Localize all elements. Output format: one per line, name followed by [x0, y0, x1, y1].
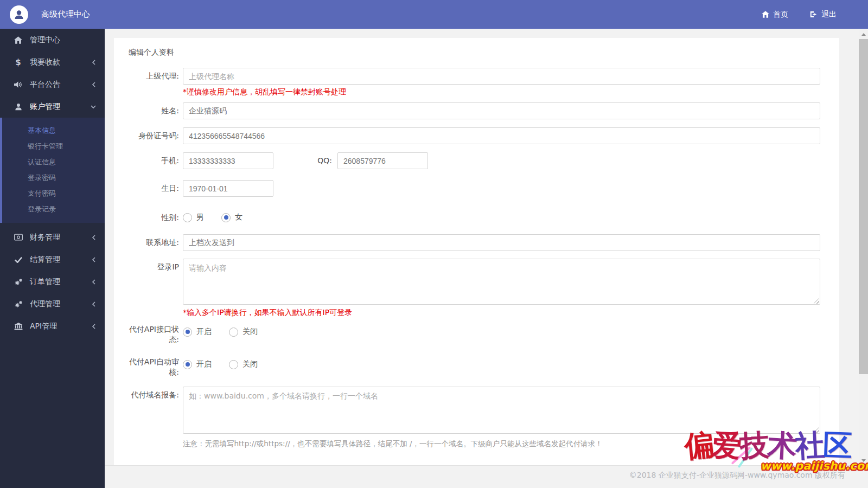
- login-ip-textarea[interactable]: [183, 259, 820, 305]
- footer: ©2018 企业猫支付-企业猫源码网-www.qymao.com 版权所有: [105, 465, 868, 488]
- api-auto-audit-radio-group: 开启 关闭: [183, 358, 258, 370]
- app-title: 高级代理中心: [41, 9, 90, 20]
- phone-label: 手机:: [119, 152, 179, 169]
- address-label: 联系地址:: [119, 234, 179, 251]
- chevron-left-icon: [92, 82, 96, 87]
- api-status-on-radio[interactable]: [183, 328, 192, 337]
- address-input[interactable]: [183, 234, 820, 251]
- parent-agent-input[interactable]: [183, 68, 820, 85]
- submenu-item-auth-info[interactable]: 认证信息: [2, 154, 105, 170]
- api-auto-audit-on-label: 开启: [196, 359, 212, 369]
- copyright-text: ©2018 企业猫支付-企业猫源码网-www.qymao.com 版权所有: [629, 471, 845, 480]
- sidebar-item-settlement-management[interactable]: 结算管理: [0, 248, 105, 271]
- top-navbar: 高级代理中心 首页 退出: [0, 0, 868, 29]
- submenu-item-login-password[interactable]: 登录密码: [2, 170, 105, 185]
- logout-icon: [810, 11, 818, 18]
- check-icon: [14, 256, 23, 263]
- scroll-up-arrow-icon[interactable]: [861, 33, 866, 36]
- sidebar-item-finance-management[interactable]: 财务管理: [0, 226, 105, 248]
- submenu-item-bank-card[interactable]: 银行卡管理: [2, 138, 105, 154]
- chevron-left-icon: [92, 257, 96, 262]
- profile-edit-card: 编辑个人资料 上级代理: *谨慎修改用户信息，胡乱填写一律禁封账号处理 姓名: …: [114, 38, 839, 465]
- qq-label: QQ:: [302, 152, 332, 169]
- page-title: 编辑个人资料: [129, 48, 174, 57]
- home-icon: [762, 11, 769, 18]
- api-status-off-radio[interactable]: [229, 328, 238, 337]
- user-icon: [14, 103, 23, 111]
- logout-link[interactable]: 退出: [810, 10, 837, 20]
- name-input[interactable]: [183, 102, 820, 119]
- sidebar-item-admin-center[interactable]: 管理中心: [0, 29, 105, 51]
- bank-icon: [14, 323, 23, 330]
- home-link[interactable]: 首页: [762, 10, 788, 20]
- scrollbar-thumb[interactable]: [859, 39, 868, 374]
- chevron-left-icon: [92, 279, 96, 285]
- scroll-down-arrow-icon[interactable]: [861, 459, 866, 462]
- sidebar-item-agent-management[interactable]: 代理管理: [0, 293, 105, 315]
- api-auto-audit-label: 代付API自动审核:: [119, 357, 179, 377]
- navbar-right: 首页 退出: [762, 10, 837, 20]
- chevron-left-icon: [92, 60, 96, 65]
- speaker-icon: [14, 81, 23, 88]
- phone-input[interactable]: [183, 152, 273, 169]
- api-status-radio-group: 开启 关闭: [183, 326, 258, 338]
- chevron-down-icon: [91, 105, 96, 109]
- api-auto-audit-off-label: 关闭: [242, 359, 258, 369]
- dollar-icon: $: [14, 59, 23, 66]
- api-status-label: 代付API接口状态:: [119, 324, 179, 345]
- home-icon: [14, 36, 23, 44]
- sidebar-item-platform-notice[interactable]: 平台公告: [0, 73, 105, 95]
- submenu-item-login-record[interactable]: 登录记录: [2, 201, 105, 217]
- login-ip-label: 登录IP: [119, 259, 179, 275]
- birthday-input[interactable]: [183, 180, 273, 197]
- warning-ip: *输入多个IP请换行，如果不输入默认所有IP可登录: [183, 308, 352, 318]
- vertical-scrollbar[interactable]: [859, 30, 868, 465]
- birthday-label: 生日:: [119, 180, 179, 197]
- qq-input[interactable]: [337, 152, 428, 169]
- domain-report-label: 代付域名报备:: [119, 387, 179, 403]
- gender-label: 性别:: [119, 211, 179, 223]
- gender-female-radio[interactable]: [221, 213, 231, 222]
- id-number-input[interactable]: [183, 127, 820, 144]
- sidebar: 管理中心 $ 我要收款 平台公告 账户管理 基本信息 银行卡管理 认证信息 登录…: [0, 29, 105, 488]
- submenu-item-basic-info[interactable]: 基本信息: [2, 123, 105, 138]
- chevron-left-icon: [92, 301, 96, 307]
- account-submenu: 基本信息 银行卡管理 认证信息 登录密码 支付密码 登录记录: [0, 118, 105, 223]
- avatar[interactable]: [10, 5, 28, 24]
- chevron-left-icon: [92, 324, 96, 329]
- warning-user-info: *谨慎修改用户信息，胡乱填写一律禁封账号处理: [183, 87, 346, 97]
- submenu-item-pay-password[interactable]: 支付密码: [2, 185, 105, 201]
- id-number-label: 身份证号码:: [119, 127, 179, 144]
- name-label: 姓名:: [119, 102, 179, 119]
- chevron-left-icon: [92, 235, 96, 240]
- gender-male-label: 男: [196, 213, 204, 222]
- sidebar-item-receive-payment[interactable]: $ 我要收款: [0, 51, 105, 73]
- sidebar-item-order-management[interactable]: 订单管理: [0, 271, 105, 293]
- api-auto-audit-on-radio[interactable]: [183, 360, 192, 369]
- api-status-off-label: 关闭: [242, 327, 258, 337]
- gender-male-radio[interactable]: [183, 213, 192, 222]
- sidebar-item-api-management[interactable]: API管理: [0, 315, 105, 337]
- sidebar-item-account-management[interactable]: 账户管理: [0, 95, 105, 118]
- money-icon: [14, 234, 23, 241]
- user-avatar-icon: [13, 9, 25, 21]
- gender-female-label: 女: [235, 213, 242, 222]
- cogs-icon: [14, 278, 23, 286]
- api-status-on-label: 开启: [196, 327, 212, 337]
- gender-radio-group: 男 女: [183, 211, 242, 223]
- domain-note: 注意：无需填写http://或https://，也不需要填写具体路径，结尾不加 …: [183, 439, 603, 449]
- cogs-icon: [14, 300, 23, 308]
- parent-agent-label: 上级代理:: [119, 68, 179, 85]
- domain-report-textarea[interactable]: [183, 387, 820, 434]
- api-auto-audit-off-radio[interactable]: [229, 360, 238, 369]
